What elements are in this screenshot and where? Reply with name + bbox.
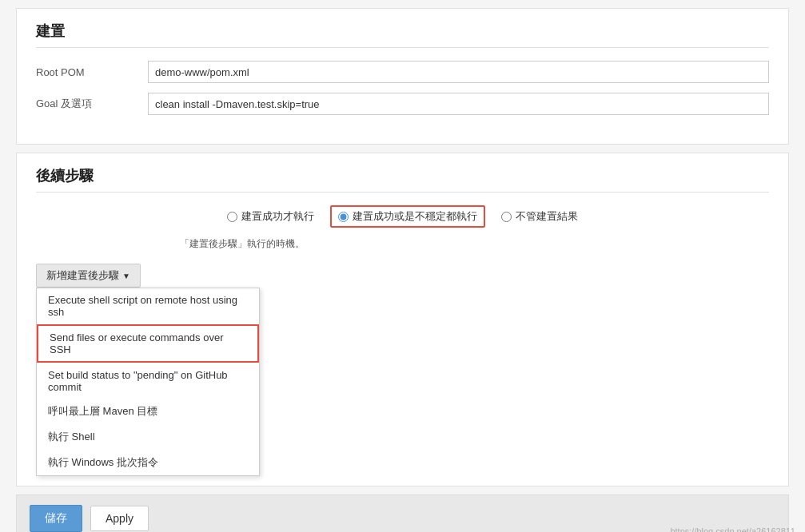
dropdown-item-2[interactable]: Set build status to "pending" on GitHub … [37,363,259,399]
settings-section: 建置 Root POM Goal 及選項 [16,8,789,145]
add-step-button[interactable]: 新增建置後步驟 ▼ [36,264,141,288]
radio-success[interactable] [227,212,237,222]
radio-option-stable[interactable]: 建置成功或是不穩定都執行 [330,205,485,228]
radio-always-label: 不管建置結果 [516,209,578,224]
radio-stable-label: 建置成功或是不穩定都執行 [353,209,477,224]
post-steps-section: 後續步驟 建置成功才執行 建置成功或是不穩定都執行 不管建置結果 「建置後步驟」… [16,153,789,486]
save-button[interactable]: 儲存 [30,505,82,532]
radio-group: 建置成功才執行 建置成功或是不穩定都執行 不管建置結果 [36,205,769,228]
hint-text: 「建置後步驟」執行的時機。 [180,237,769,251]
post-steps-title: 後續步驟 [36,166,769,193]
dropdown-item-3[interactable]: 呼叫最上層 Maven 目標 [37,399,259,424]
radio-stable[interactable] [338,212,349,222]
goals-label: Goal 及選項 [36,97,148,111]
dropdown-item-4[interactable]: 執行 Shell [37,424,259,450]
radio-option-always[interactable]: 不管建置結果 [501,209,578,224]
add-step-label: 新增建置後步驟 [46,268,119,283]
settings-title: 建置 [36,22,769,48]
root-pom-row: Root POM [36,61,769,83]
goals-input[interactable] [148,93,769,115]
page-container: 建置 Root POM Goal 及選項 後續步驟 建置成功才執行 建置成功或是… [0,8,805,532]
dropdown-item-5[interactable]: 執行 Windows 批次指令 [37,450,259,475]
radio-option-success[interactable]: 建置成功才執行 [227,209,314,224]
radio-success-label: 建置成功才執行 [241,209,314,224]
caret-down-icon: ▼ [122,272,130,280]
root-pom-label: Root POM [36,66,148,78]
dropdown-item-0[interactable]: Execute shell script on remote host usin… [37,288,259,324]
dropdown-item-1[interactable]: Send files or execute commands over SSH [37,324,259,363]
goals-row: Goal 及選項 [36,93,769,115]
dropdown-menu: Execute shell script on remote host usin… [36,288,260,476]
apply-button[interactable]: Apply [90,506,149,531]
root-pom-input[interactable] [148,61,769,83]
add-step-dropdown-container: 新增建置後步驟 ▼ Execute shell script on remote… [36,264,141,288]
watermark: https://blog.csdn.net/a26162811 [670,526,795,532]
radio-always[interactable] [501,212,512,222]
